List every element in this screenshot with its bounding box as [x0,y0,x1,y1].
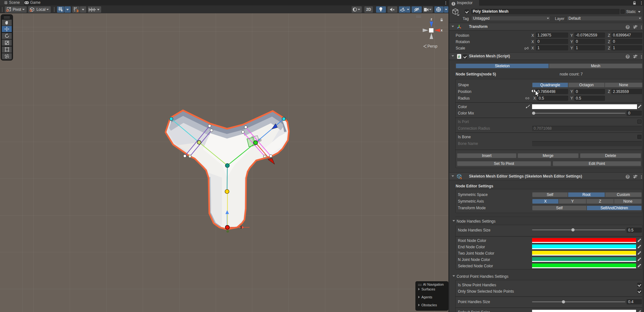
svg-text:#: # [458,55,460,59]
svg-text:x: x [441,29,443,32]
svg-text:Y: Y [61,9,63,12]
svg-text:Persp: Persp [427,44,438,49]
svg-text:z: z [431,17,432,21]
